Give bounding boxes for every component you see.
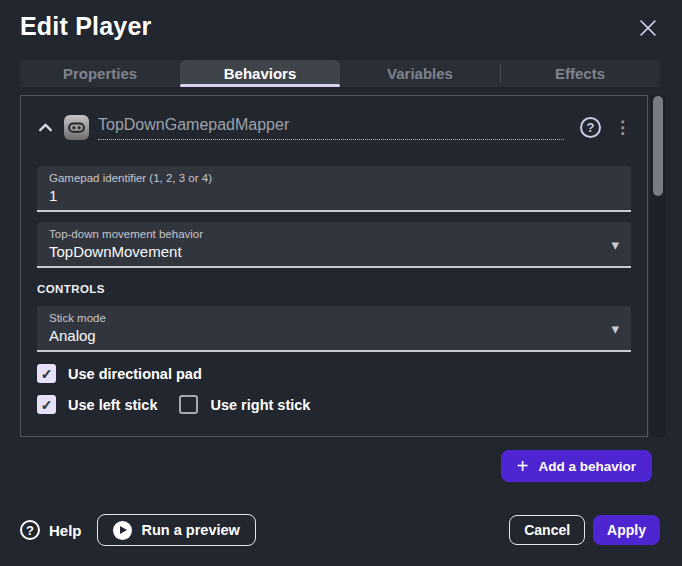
field-label: Top-down movement behavior	[49, 228, 601, 240]
movement-behavior-select[interactable]: Top-down movement behavior TopDownMoveme…	[37, 222, 631, 268]
checkbox-checked-icon: ✓	[37, 395, 56, 414]
checkbox-checked-icon: ✓	[37, 364, 56, 383]
checkbox-unchecked-icon	[179, 395, 198, 414]
checkbox-label: Use right stick	[210, 397, 310, 413]
checkbox-use-directional-pad[interactable]: ✓ Use directional pad	[37, 364, 202, 383]
checkbox-use-left-stick[interactable]: ✓ Use left stick	[37, 395, 157, 414]
controls-section-header: CONTROLS	[37, 283, 631, 295]
behavior-help-icon[interactable]: ?	[580, 117, 601, 138]
apply-label: Apply	[607, 522, 646, 538]
tab-behaviors[interactable]: Behaviors	[180, 60, 340, 87]
checkbox-row: ✓ Use left stick Use right stick	[37, 395, 631, 414]
behavior-accordion-header: TopDownGamepadMapper ? ⋮	[21, 96, 647, 142]
run-preview-label: Run a preview	[142, 522, 240, 538]
help-button[interactable]: ? Help	[20, 520, 82, 540]
tab-properties[interactable]: Properties	[20, 60, 180, 87]
checkbox-row: ✓ Use directional pad	[37, 364, 631, 383]
play-icon	[113, 521, 132, 540]
checkbox-label: Use directional pad	[68, 366, 202, 382]
checkbox-label: Use left stick	[68, 397, 157, 413]
plus-icon: +	[517, 456, 529, 476]
collapse-chevron-icon[interactable]	[37, 119, 54, 136]
field-value: Analog	[49, 327, 601, 344]
behavior-name-input[interactable]: TopDownGamepadMapper	[98, 116, 564, 140]
question-icon: ?	[20, 520, 40, 540]
field-label: Gamepad identifier (1, 2, 3 or 4)	[49, 172, 601, 184]
behavior-menu-icon[interactable]: ⋮	[614, 119, 631, 136]
behaviors-panel: TopDownGamepadMapper ? ⋮ Gamepad identif…	[20, 95, 648, 437]
gamepad-icon	[64, 115, 89, 140]
scrollbar-thumb[interactable]	[653, 96, 663, 196]
checkbox-use-right-stick[interactable]: Use right stick	[179, 395, 310, 414]
gamepad-identifier-field[interactable]: Gamepad identifier (1, 2, 3 or 4) 1	[37, 166, 631, 212]
tab-variables[interactable]: Variables	[340, 60, 500, 87]
stick-mode-select[interactable]: Stick mode Analog ▾	[37, 306, 631, 352]
page-title: Edit Player	[20, 12, 151, 41]
add-behavior-button[interactable]: + Add a behavior	[501, 450, 652, 482]
tab-effects[interactable]: Effects	[500, 60, 660, 87]
behavior-settings: Gamepad identifier (1, 2, 3 or 4) 1 Top-…	[21, 142, 647, 414]
field-value: TopDownMovement	[49, 243, 601, 260]
scrollbar[interactable]	[650, 95, 666, 437]
dialog-footer: ? Help Run a preview Cancel Apply	[20, 513, 660, 547]
add-behavior-label: Add a behavior	[538, 459, 636, 474]
close-icon[interactable]	[638, 18, 658, 38]
chevron-down-icon: ▾	[611, 237, 619, 252]
cancel-label: Cancel	[524, 522, 570, 538]
run-preview-button[interactable]: Run a preview	[97, 514, 256, 546]
cancel-button[interactable]: Cancel	[509, 515, 585, 545]
apply-button[interactable]: Apply	[593, 515, 660, 545]
help-label: Help	[49, 522, 82, 539]
field-value: 1	[49, 187, 601, 204]
tab-bar: Properties Behaviors Variables Effects	[20, 60, 660, 87]
field-label: Stick mode	[49, 312, 601, 324]
chevron-down-icon: ▾	[611, 321, 619, 336]
